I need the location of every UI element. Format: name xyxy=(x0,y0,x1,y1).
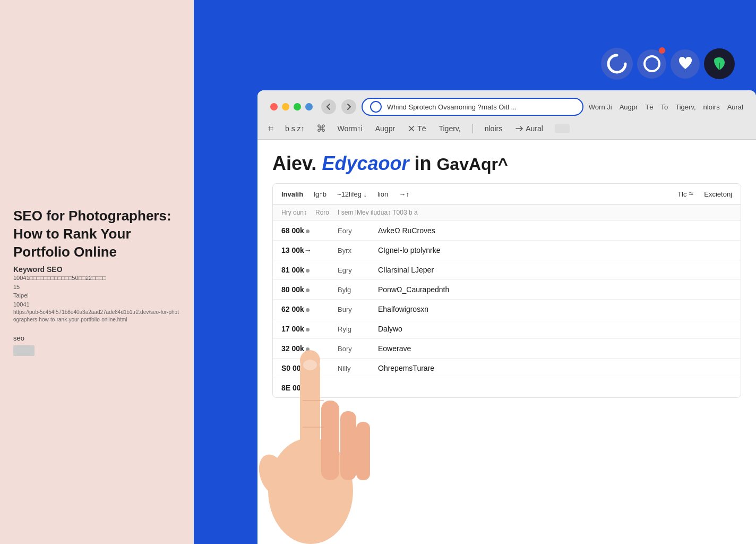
nav-icon2: ⌘ xyxy=(316,123,326,134)
browser-extras: Worn Ji Augpr Tē To Tigerv, nloirs Aural xyxy=(589,103,743,111)
volume-cell: 8E 00k xyxy=(281,384,329,392)
city: Taipei xyxy=(13,291,181,300)
svg-point-0 xyxy=(645,56,659,71)
heading-part3: in xyxy=(409,152,431,174)
icon2-bg xyxy=(637,49,666,79)
table-row: 80 00k Bylg PonwΩ_Caurapednth xyxy=(273,280,741,300)
th-12lifeg[interactable]: ~12lifeg ↓ xyxy=(337,190,367,198)
nav-tab-worm[interactable]: Worm↑i xyxy=(337,122,364,135)
name-cell: Bury xyxy=(338,305,370,313)
nav-icon: ⌗ xyxy=(268,123,273,134)
keyword-cell: PonwΩ_Caurapednth xyxy=(378,285,732,294)
th-lion-label: lion xyxy=(377,190,388,198)
table-row: 17 00k Rylg Dalywo xyxy=(273,319,741,339)
th-arrow-label: →↑ xyxy=(399,190,409,198)
name-cell: Byrx xyxy=(338,246,370,254)
minimize-button[interactable] xyxy=(282,103,289,110)
volume-cell: 17 00k xyxy=(281,325,329,333)
keyword-cell: Dalywo xyxy=(378,325,732,333)
right-panel: Whind Sprotech Ovsarroning ?rnats Oitl .… xyxy=(194,0,756,544)
name-cell: Eory xyxy=(338,227,370,235)
nav-tab-aural[interactable]: Aural xyxy=(514,122,544,135)
svg-rect-7 xyxy=(340,411,356,480)
toolbar-item-augpr[interactable]: Augpr xyxy=(620,103,638,111)
name-cell: Nilly xyxy=(338,364,370,372)
table-row: 81 00k Egry CIlarsinal LJeper xyxy=(273,260,741,280)
tag-box xyxy=(13,345,35,356)
name-cell: Egry xyxy=(338,266,370,274)
name-cell: Bylg xyxy=(338,286,370,294)
volume-cell: 80 00k xyxy=(281,285,329,294)
keyword-cell: ΔvkeΩ RuCroves xyxy=(378,226,732,235)
keyword-seo-label: Keyword SEO xyxy=(13,265,181,274)
th-arrow[interactable]: →↑ xyxy=(399,190,409,198)
toolbar-item-to[interactable]: To xyxy=(661,103,668,111)
nav-tab-te[interactable]: Tē xyxy=(407,122,427,135)
tag-label: seo xyxy=(13,334,181,342)
volume-cell: 68 00k xyxy=(281,226,329,235)
volume-cell: 13 00k→ xyxy=(281,246,329,254)
svg-rect-8 xyxy=(356,422,370,480)
meta-code: 10041□□□□□□□□□□□□50□□22□□□□ xyxy=(13,274,181,283)
table-row: 13 00k→ Byrx CIgneI-lo ptolynrke xyxy=(273,241,741,260)
browser-content[interactable]: Aiev. Edycaoor in GavAqr^ Invalih lg↑b ~… xyxy=(257,140,756,544)
keyword-cell: OhrepemsTurare xyxy=(378,364,732,372)
red-dot xyxy=(659,47,665,54)
volume-cell: 81 00k xyxy=(281,266,329,274)
nav-tab-augpr[interactable]: Augpr xyxy=(374,122,396,135)
toolbar-item-te[interactable]: Tē xyxy=(645,103,653,111)
nav-tab-tigerv[interactable]: Tigerv, xyxy=(437,122,461,135)
nav-tab-nloirs[interactable]: nloirs xyxy=(484,122,503,135)
heading-part2: Edycaoor xyxy=(322,152,409,174)
page-title: SEO for Photographers: How to Rank Your … xyxy=(13,207,181,261)
table-row: 32 00k Bory Eowerave xyxy=(273,339,741,359)
icon3 xyxy=(671,49,700,79)
toolbar-item-tigerv[interactable]: Tigerv, xyxy=(675,103,695,111)
address-text: Whind Sprotech Ovsarroning ?rnats Oitl .… xyxy=(387,103,575,111)
th-lgtb[interactable]: lg↑b xyxy=(314,190,327,198)
table-row: S0 00k Nilly OhrepemsTurare xyxy=(273,359,741,378)
th-excietonj[interactable]: Excietonj xyxy=(704,190,732,198)
close-button[interactable] xyxy=(270,103,278,110)
traffic-lights xyxy=(270,103,313,110)
browser-chrome: Whind Sprotech Ovsarroning ?rnats Oitl .… xyxy=(257,90,756,118)
volume-cell: S0 00k xyxy=(281,364,329,372)
table-row: 68 00k Eory ΔvkeΩ RuCroves xyxy=(273,221,741,241)
extra-light xyxy=(305,103,313,110)
toolbar-item-nloirs[interactable]: nloirs xyxy=(703,103,720,111)
back-button[interactable] xyxy=(321,99,336,114)
heading-part1: Aiev. xyxy=(272,152,322,174)
address-bar[interactable]: Whind Sprotech Ovsarroning ?rnats Oitl .… xyxy=(362,98,583,116)
th-tlc[interactable]: Tlc ≈ xyxy=(677,189,693,199)
toolbar-item-wornj[interactable]: Worn Ji xyxy=(589,103,612,111)
svg-rect-6 xyxy=(321,401,339,480)
icon2-wrapper xyxy=(637,49,666,79)
page-url: https://pub-5c454f571b8e40a3a2aad27ade84… xyxy=(13,309,181,324)
subheader-roro: Roro xyxy=(315,209,329,216)
table-subheader: Hry oun↕ Roro I sem IMev iludua↕ T003 b … xyxy=(273,205,741,221)
subheader-hroun: Hry oun↕ xyxy=(281,209,307,216)
svg-point-3 xyxy=(257,450,293,499)
th-lion[interactable]: lion xyxy=(377,190,388,198)
zip: 10041 xyxy=(13,300,181,309)
nav-tabs: ⌗ b s z↑ ⌘ Worm↑i Augpr Tē Tigerv, nloir… xyxy=(257,118,756,140)
nav-tab-b[interactable]: b s z↑ xyxy=(284,122,306,135)
top-area xyxy=(194,0,756,90)
maximize-button[interactable] xyxy=(294,103,301,110)
th-invalih[interactable]: Invalih xyxy=(281,190,303,198)
volume-cell: 32 00k xyxy=(281,344,329,353)
forward-button[interactable] xyxy=(341,99,356,114)
nav-extra-box xyxy=(555,124,570,133)
th-tlc-label: Tlc xyxy=(677,190,686,198)
table-row: 8E 00k xyxy=(273,378,741,397)
name-cell: Rylg xyxy=(338,325,370,333)
icon1 xyxy=(601,48,633,80)
volume-cell: 62 00k xyxy=(281,305,329,313)
browser-window: Whind Sprotech Ovsarroning ?rnats Oitl .… xyxy=(257,90,756,544)
th-tlc-icon: ≈ xyxy=(689,189,693,199)
th-12lifeg-label: ~12lifeg ↓ xyxy=(337,190,367,198)
toolbar-item-aural[interactable]: Aural xyxy=(727,103,743,111)
data-table: Invalih lg↑b ~12lifeg ↓ lion →↑ xyxy=(272,183,741,398)
name-cell: Bory xyxy=(338,345,370,353)
svg-point-2 xyxy=(268,438,353,544)
